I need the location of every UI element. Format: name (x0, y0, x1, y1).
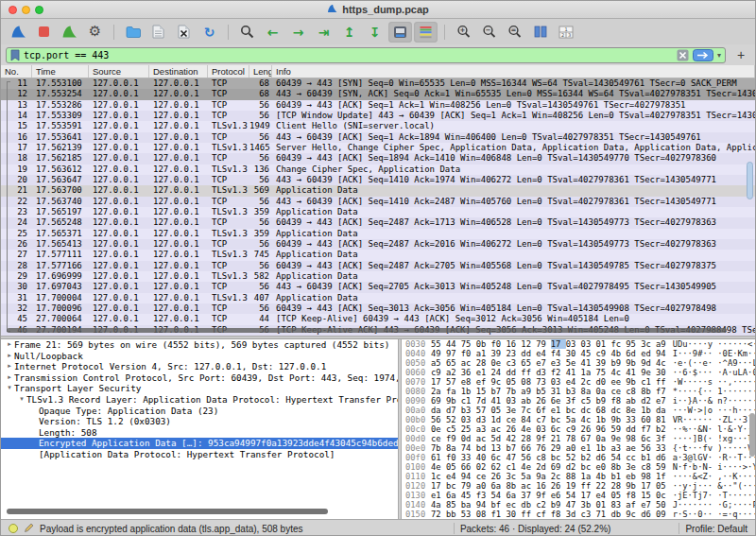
hex-row[interactable]: 0130e1 6a 45 f3 54 6a 37 9fe6 54 17 e4 0… (402, 491, 756, 500)
packet-row[interactable]: 3117.700004127.0.0.1127.0.0.1TLSv1.3407A… (1, 293, 755, 303)
first-packet-button[interactable]: ↥ (337, 22, 361, 43)
detail-row[interactable]: ▾Transport Layer Security (1, 383, 398, 394)
packet-row[interactable]: 2817.577166127.0.0.1127.0.0.1TCP5660439 … (1, 261, 755, 271)
bytes-vertical-scrollbar[interactable] (749, 413, 755, 457)
expanded-arrow-icon[interactable]: ▾ (5, 383, 14, 394)
collapsed-arrow-icon[interactable]: ▸ (5, 361, 14, 372)
packet-row[interactable]: 1617.553641127.0.0.1127.0.0.1TCP56443 → … (1, 132, 755, 143)
detail-row[interactable]: ▸Internet Protocol Version 4, Src: 127.0… (1, 361, 398, 372)
zoom-window-button[interactable] (35, 6, 43, 14)
filter-bookmark-icon[interactable] (10, 49, 20, 61)
column-header-time[interactable]: Time (32, 65, 89, 78)
restart-capture-button[interactable] (58, 22, 81, 43)
detail-row[interactable]: Opaque Type: Application Data (23) (1, 406, 398, 417)
hex-row[interactable]: 015072 bb 53 08 f1 30 ff cff8 3d c3 71 d… (402, 510, 756, 519)
hex-row[interactable]: 00c00e c5 25 a3 ac 26 4e 036c c9 26 96 5… (402, 424, 756, 434)
save-file-button[interactable] (146, 22, 170, 43)
column-header-protocol[interactable]: Protocol (208, 65, 249, 78)
packet-row[interactable]: 2617.565413127.0.0.1127.0.0.1TCP5660439 … (1, 239, 755, 250)
start-capture-button[interactable] (7, 22, 30, 43)
zoom-out-button[interactable]: − (477, 22, 501, 43)
packet-row[interactable]: 4527.700064127.0.0.1127.0.0.1TCP44[TCP K… (1, 314, 755, 324)
hex-row[interactable]: 012017 bc 79 a0 6a 8b ac 1626 19 ff 22 2… (402, 481, 756, 491)
packet-row[interactable]: 1117.553100127.0.0.1127.0.0.1TCP6860439 … (1, 78, 755, 89)
title-bar[interactable]: https_dump.pcap (1, 1, 755, 19)
capture-options-button[interactable]: ⚙ (83, 22, 107, 43)
hex-row[interactable]: 00802a fa 1b 15 b7 7b a9 b531 b3 8a 0a c… (402, 387, 756, 396)
packet-row[interactable]: 2417.565248127.0.0.1127.0.0.1TCP5660439 … (1, 217, 755, 228)
detail-row[interactable]: Version: TLS 1.2 (0x0303) (1, 416, 398, 427)
detail-row[interactable]: [Application Data Protocol: Hypertext Tr… (1, 449, 398, 460)
packet-row[interactable]: 1517.553591127.0.0.1127.0.0.1TLSv1.31949… (1, 121, 755, 131)
minimize-window-button[interactable] (22, 6, 30, 14)
close-window-button[interactable] (9, 6, 17, 14)
go-to-packet-button[interactable]: ⇥ (312, 22, 335, 43)
collapsed-arrow-icon[interactable]: ▸ (5, 339, 14, 351)
column-header-length[interactable]: Length (249, 65, 272, 78)
go-forward-button[interactable]: → (286, 22, 310, 43)
column-header-info[interactable]: Info (272, 65, 755, 78)
display-filter-input[interactable]: tcp.port == 443 ▾ (6, 47, 726, 63)
detail-row[interactable]: ▸Null/Loopback (1, 351, 398, 362)
detail-row[interactable]: Length: 508 (1, 427, 398, 439)
hex-row[interactable]: 01404a 85 ba 94 bf ec db c2b9 47 3b 01 8… (402, 500, 756, 510)
last-packet-button[interactable]: ↧ (363, 22, 387, 43)
packet-row[interactable]: 2917.696999127.0.0.1127.0.0.1TLSv1.3582A… (1, 271, 755, 282)
details-horizontal-scrollbar[interactable] (7, 509, 328, 514)
hex-row[interactable]: 0050a5 65 ac 28 0e c3 65 e7e3 5e 41 39 b… (402, 358, 756, 368)
packet-row[interactable]: 2017.563647127.0.0.1127.0.0.1TCP56443 → … (1, 175, 755, 185)
hex-row[interactable]: 003055 44 75 0b f0 16 12 7917 03 03 01 f… (402, 339, 756, 349)
go-back-button[interactable]: ← (261, 22, 284, 43)
resize-columns-button[interactable] (528, 22, 552, 43)
detail-row[interactable]: ▸Transmission Control Protocol, Src Port… (1, 372, 398, 384)
column-header-destination[interactable]: Destination (149, 65, 208, 78)
hex-row[interactable]: 01004e 05 66 02 62 c1 4e 2d69 d2 bc e0 8… (402, 462, 756, 472)
detail-row[interactable]: Encrypted Application Data […]: 953ca949… (1, 438, 398, 449)
find-packet-button[interactable] (235, 22, 259, 43)
capture-comment-icon[interactable] (24, 523, 34, 535)
column-header-source[interactable]: Source (89, 65, 149, 78)
hex-row[interactable]: 01101c e4 94 ce 26 3c 5a 9a2c 88 1a 4b b… (402, 472, 756, 481)
hex-row[interactable]: 0060c9 a2 36 e1 24 dd ff d3f2 41 1a 75 4… (402, 368, 756, 377)
filter-apply-button[interactable] (693, 49, 713, 61)
filter-add-button[interactable]: + (731, 46, 750, 63)
packet-row[interactable]: 3217.700096127.0.0.1127.0.0.1TCP5660439 … (1, 303, 755, 314)
detail-row[interactable]: ▸Frame 21: 569 bytes on wire (4552 bits)… (1, 339, 398, 351)
layout-columns-button[interactable]: 123 (554, 22, 577, 43)
display-filter-value[interactable]: tcp.port == 443 (24, 50, 673, 61)
filter-dropdown-caret-icon[interactable]: ▾ (717, 51, 721, 60)
detail-row[interactable]: ▾TLSv1.3 Record Layer: Application Data … (1, 394, 398, 406)
close-file-button[interactable] (172, 22, 196, 43)
packet-row[interactable]: 2517.565371127.0.0.1127.0.0.1TLSv1.3359A… (1, 229, 755, 239)
auto-scroll-button[interactable] (388, 22, 412, 43)
packet-list-vertical-scrollbar[interactable] (747, 162, 753, 199)
packet-row[interactable]: 2117.563700127.0.0.1127.0.0.1TLSv1.3569A… (1, 185, 755, 196)
expert-info-icon[interactable] (9, 524, 18, 533)
reload-file-button[interactable]: ↻ (198, 22, 221, 43)
hex-row[interactable]: 00a0da d7 b3 57 05 3e 7c 6fe1 bc dc 68 d… (402, 406, 756, 415)
packet-row[interactable]: 1317.553286127.0.0.1127.0.0.1TCP5660439 … (1, 100, 755, 111)
hex-row[interactable]: 00e07b 8a 74 bd 13 b7 66 7629 a0 e1 1b a… (402, 443, 756, 453)
packet-row[interactable]: 2717.577111127.0.0.1127.0.0.1TLSv1.3745A… (1, 250, 755, 260)
open-file-button[interactable] (121, 22, 145, 43)
collapsed-arrow-icon[interactable]: ▸ (5, 372, 14, 384)
column-header-no[interactable]: No. (1, 65, 32, 78)
packet-list-horizontal-scrollbar[interactable] (7, 328, 727, 333)
packet-row[interactable]: 2317.565197127.0.0.1127.0.0.1TLSv1.3359A… (1, 207, 755, 217)
hex-row[interactable]: 004049 97 f0 a1 39 23 dd e4f4 30 45 c9 4… (402, 349, 756, 358)
packet-row[interactable]: 1217.553254127.0.0.1127.0.0.1TCP68443 → … (1, 89, 755, 99)
filter-clear-button[interactable] (677, 49, 689, 61)
zoom-reset-button[interactable]: = (503, 22, 526, 43)
zoom-in-button[interactable]: + (452, 22, 475, 43)
hex-row[interactable]: 007017 57 e8 ef 9c 05 08 7303 e4 2c d0 e… (402, 377, 756, 387)
hex-row[interactable]: 00d0ce f9 0d ac 5d 42 28 9f21 78 67 0a 9… (402, 434, 756, 443)
selected-byte[interactable]: 17 (551, 339, 566, 349)
stop-capture-button[interactable] (32, 22, 56, 43)
packet-row[interactable]: 2217.563740127.0.0.1127.0.0.1TCP56443 → … (1, 197, 755, 207)
hex-row[interactable]: 009069 9b c1 7d 41 03 ab 266e 3f c5 b9 f… (402, 396, 756, 406)
profile-selector[interactable]: Profile: Default (685, 524, 747, 534)
hex-row[interactable]: 00f061 f0 33 40 6c 47 56 c8bc 52 b2 d6 5… (402, 453, 756, 462)
hex-row[interactable]: 00b056 52 03 d3 1d ce 84 c7bc 5a 4c 1b 9… (402, 415, 756, 424)
packet-row[interactable]: 1917.563612127.0.0.1127.0.0.1TLSv1.3136C… (1, 164, 755, 175)
packet-row[interactable]: 1817.562185127.0.0.1127.0.0.1TCP5660439 … (1, 153, 755, 164)
